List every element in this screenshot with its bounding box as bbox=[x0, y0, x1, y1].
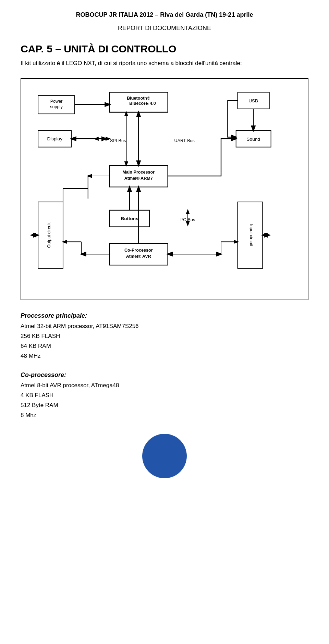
coprocessore-line-3: 512 Byte RAM bbox=[21, 401, 308, 411]
diagram-container: Power supply Bluetooth® Bluecore TM 4.0 … bbox=[21, 78, 308, 301]
svg-text:Output circuit: Output circuit bbox=[47, 222, 51, 248]
svg-text:Atmel® ARM7: Atmel® ARM7 bbox=[124, 176, 153, 180]
svg-text:Atmel® AVR: Atmel® AVR bbox=[126, 254, 151, 258]
page-header: ROBOCUP JR ITALIA 2012 – Riva del Garda … bbox=[21, 10, 308, 33]
processore-line-2: 256 KB FLASH bbox=[21, 331, 308, 341]
coprocessore-content: Atmel 8-bit AVR processor, ATmega48 4 KB… bbox=[21, 381, 308, 420]
coprocessore-section: Co-processore: Atmel 8-bit AVR processor… bbox=[21, 371, 308, 420]
svg-text:Bluetooth®: Bluetooth® bbox=[127, 96, 150, 100]
intro-text: Il kit utilizzato è il LEGO NXT, di cui … bbox=[21, 59, 308, 68]
coprocessore-line-1: Atmel 8-bit AVR processor, ATmega48 bbox=[21, 381, 308, 391]
coprocessore-heading: Co-processore: bbox=[21, 371, 308, 379]
processore-line-1: Atmel 32-bit ARM processor, AT91SAM7S256 bbox=[21, 321, 308, 331]
coprocessore-line-2: 4 KB FLASH bbox=[21, 391, 308, 401]
header-line1: ROBOCUP JR ITALIA 2012 – Riva del Garda … bbox=[21, 10, 308, 20]
processore-heading: Processore principale: bbox=[21, 312, 308, 319]
processore-section: Processore principale: Atmel 32-bit ARM … bbox=[21, 312, 308, 361]
svg-text:Co-Processor: Co-Processor bbox=[124, 248, 153, 253]
svg-text:Buttons: Buttons bbox=[121, 216, 138, 221]
blue-circle-decoration bbox=[142, 434, 187, 478]
svg-text:4.0: 4.0 bbox=[150, 101, 156, 106]
processore-line-4: 48 MHz bbox=[21, 351, 308, 361]
coprocessore-line-4: 8 Mhz bbox=[21, 411, 308, 420]
block-diagram: Power supply Bluetooth® Bluecore TM 4.0 … bbox=[28, 86, 301, 292]
svg-text:Main Processor: Main Processor bbox=[122, 170, 155, 175]
svg-text:SPI-Bus: SPI-Bus bbox=[110, 138, 126, 143]
processore-content: Atmel 32-bit ARM processor, AT91SAM7S256… bbox=[21, 321, 308, 361]
chapter-title: CAP. 5 – UNITÀ DI CONTROLLO bbox=[21, 43, 308, 55]
svg-text:USB: USB bbox=[248, 98, 258, 103]
svg-text:UART-Bus: UART-Bus bbox=[174, 138, 195, 143]
svg-text:TM: TM bbox=[144, 102, 149, 105]
svg-text:Display: Display bbox=[47, 136, 62, 141]
svg-text:supply: supply bbox=[50, 104, 63, 109]
svg-text:Power: Power bbox=[50, 99, 63, 104]
processore-line-3: 64 KB RAM bbox=[21, 341, 308, 351]
svg-text:Input circuit: Input circuit bbox=[249, 224, 254, 246]
header-line2: REPORT DI DOCUMENTAZIONE bbox=[21, 24, 308, 33]
svg-text:Sound: Sound bbox=[247, 137, 260, 142]
